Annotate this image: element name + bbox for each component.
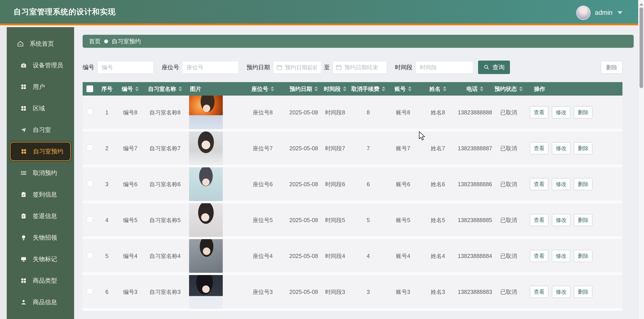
grid-icon [20,105,27,112]
view-button[interactable]: 查看 [530,178,548,190]
breadcrumb: 首页 自习室预约 [83,35,634,48]
cell-phone: 13823888887 [456,145,494,152]
cell-slot: 时间段3 [320,288,350,296]
status-badge: 已取消 [494,288,523,296]
row-checkbox[interactable] [87,217,93,222]
sort-icon[interactable] [135,86,139,91]
room-photo[interactable] [189,131,223,165]
seat-filter-input[interactable] [182,61,238,74]
col-status: 预约状态 [494,85,523,93]
grid-icon [20,148,27,155]
cell-person: 姓名7 [420,145,456,152]
delete-button[interactable]: 删除 [574,142,592,154]
cell-room: 自习室名称8 [144,109,186,116]
left-gutter [0,27,7,319]
sidebar-item-product-info[interactable]: 商品信息 [7,292,74,313]
room-photo[interactable] [189,239,223,273]
sort-icon[interactable] [382,86,385,91]
sort-icon[interactable] [178,86,182,91]
delete-button[interactable]: 删除 [574,106,592,118]
vertical-scrollbar[interactable] [638,0,644,319]
monitor-icon [20,256,27,263]
clipboard-check-icon [20,191,27,198]
sidebar-item-area[interactable]: 区域 [7,98,74,119]
edit-button[interactable]: 修改 [552,178,570,190]
sidebar-item-home[interactable]: 系统首页 [7,33,74,54]
sidebar-item-checkin-info[interactable]: 签到信息 [7,184,74,205]
sort-icon[interactable] [408,86,412,91]
user-menu[interactable]: admin [577,0,622,25]
date-range-to-label: 至 [324,63,330,71]
clipboard-icon [20,213,27,219]
slot-filter-input[interactable] [416,61,473,74]
edit-button[interactable]: 修改 [552,214,570,226]
cell-index: 5 [97,253,117,259]
sidebar-item-users[interactable]: 用户 [7,76,74,98]
id-filter-input[interactable] [98,61,154,74]
id-filter-label: 编号 [83,63,94,71]
row-checkbox[interactable] [87,288,93,294]
paper-plane-icon [20,126,27,133]
sort-icon[interactable] [314,86,318,91]
bulk-delete-button[interactable]: 删除 [601,61,622,74]
sidebar-item-label: 系统首页 [30,40,54,48]
sort-icon[interactable] [480,86,484,91]
col-fee: 取消手续费 [350,85,386,93]
date-filter-label: 预约日期 [246,63,270,71]
row-checkbox[interactable] [87,109,93,115]
home-icon [17,40,24,47]
delete-button[interactable]: 删除 [574,178,592,190]
sidebar-item-checkout-info[interactable]: 签退信息 [7,205,74,227]
col-date: 预约日期 [288,85,320,93]
edit-button[interactable]: 修改 [552,106,570,118]
row-checkbox[interactable] [87,181,93,186]
sidebar-item-lost-found[interactable]: 失物招领 [7,227,74,248]
room-photo[interactable] [189,275,223,309]
sidebar-item-lost-mark[interactable]: 失物标记 [7,248,74,270]
row-checkbox[interactable] [87,145,93,151]
sort-icon[interactable] [270,86,274,91]
cell-phone: 13823888886 [456,181,494,188]
sidebar-item-product-type[interactable]: 商品类型 [7,270,74,292]
sort-icon[interactable] [443,86,446,91]
breadcrumb-home[interactable]: 首页 [89,37,100,45]
sidebar-item-studyroom[interactable]: 自习室 [7,119,74,141]
scroll-up-arrow-icon[interactable] [639,3,643,5]
sort-icon[interactable] [519,86,523,91]
search-button[interactable]: 查询 [478,60,510,74]
grid-icon [20,83,27,90]
edit-button[interactable]: 修改 [552,250,570,262]
cell-room: 自习室名称6 [144,181,186,188]
sidebar-item-device-admin[interactable]: 设备管理员 [7,54,74,76]
table-header-row: 序号 编号 自习室名称 图片 座位号 预约日期 时间段 取消手续费 账号 姓名 … [83,82,622,96]
sidebar-item-studyroom-booking-active[interactable]: 自习室预约 [10,142,71,161]
select-all-checkbox[interactable] [86,85,93,92]
view-button[interactable]: 查看 [530,142,548,154]
view-button[interactable]: 查看 [530,214,548,226]
delete-button[interactable]: 删除 [574,286,592,298]
cell-seat: 座位号7 [238,145,288,152]
edit-button[interactable]: 修改 [552,286,570,298]
search-icon [484,64,490,70]
breadcrumb-current: 自习室预约 [112,37,141,45]
room-photo[interactable] [189,203,223,237]
edit-button[interactable]: 修改 [552,142,570,154]
delete-button[interactable]: 删除 [574,214,592,226]
cell-account: 账号8 [386,109,420,116]
sidebar-item-label: 商品类型 [33,277,57,285]
room-photo[interactable] [189,96,223,129]
cell-account: 账号5 [386,217,420,224]
room-photo[interactable] [189,167,223,201]
user-avatar[interactable] [577,6,590,19]
sidebar-item-label: 失物招领 [33,234,57,242]
sidebar-item-cancel-booking[interactable]: 取消预约 [7,162,74,184]
table-row: 2 编号7 自习室名称7 座位号7 2025-05-08 时间段7 7 账号7 … [83,131,622,167]
view-button[interactable]: 查看 [530,286,548,298]
row-checkbox[interactable] [87,252,93,258]
sort-icon[interactable] [343,86,346,91]
cell-person: 姓名5 [420,217,456,224]
delete-button[interactable]: 删除 [574,250,592,262]
view-button[interactable]: 查看 [530,106,548,118]
view-button[interactable]: 查看 [530,250,548,262]
scrollbar-thumb[interactable] [640,7,643,88]
